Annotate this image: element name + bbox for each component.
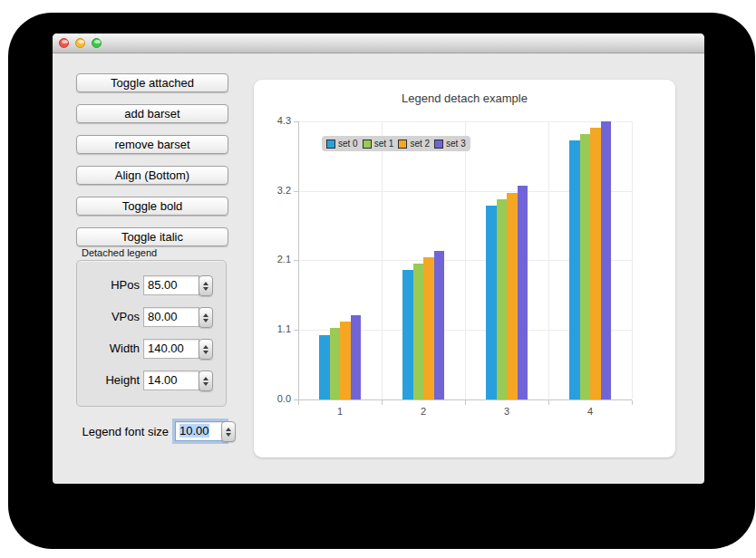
legend-marker-set-3[interactable]	[434, 140, 443, 149]
legend-font-size-field[interactable]: 10.00	[175, 421, 226, 441]
v-gridline	[382, 121, 383, 399]
arrow-down-icon[interactable]	[203, 287, 208, 291]
legend-font-size-stepper[interactable]	[221, 421, 236, 442]
button-remove-barset[interactable]: remove barset	[76, 135, 228, 154]
titlebar[interactable]	[53, 34, 704, 53]
legend-item-set-3: set 3	[434, 136, 466, 151]
bar-set-3-cat3	[518, 186, 528, 399]
arrow-up-icon[interactable]	[203, 377, 208, 380]
legend-item-set-2: set 2	[398, 136, 430, 151]
selected-text: 10.00	[179, 424, 209, 438]
arrow-up-icon[interactable]	[203, 282, 208, 285]
x-tick	[632, 400, 633, 405]
arrow-down-icon[interactable]	[203, 382, 208, 386]
x-tick	[382, 400, 383, 405]
y-axis-label: 3.2	[254, 185, 291, 196]
height-field[interactable]: 14.00	[143, 370, 199, 390]
legend-item-set-0: set 0	[326, 136, 358, 151]
bar-set-1-cat2	[413, 264, 424, 399]
v-gridline	[465, 121, 466, 399]
legend-label: set 1	[374, 136, 394, 151]
legend-label: set 3	[446, 136, 466, 151]
bar-set-0-cat3	[486, 206, 497, 399]
detached-legend-groupbox: HPos85.00VPos80.00Width140.00Height14.00	[76, 260, 227, 407]
groupbox-title: Detached legend	[82, 247, 157, 258]
chart-title: Legend detach example	[254, 91, 675, 105]
minimize-button[interactable]	[75, 38, 85, 48]
legend-label: set 2	[410, 136, 430, 151]
arrow-down-icon[interactable]	[226, 433, 231, 437]
legend-marker-set-2[interactable]	[398, 140, 407, 149]
y-axis-label: 0.0	[254, 393, 291, 404]
arrow-up-icon[interactable]	[203, 313, 208, 317]
detached-chart-legend[interactable]: set 0set 1set 2set 3	[322, 136, 470, 151]
x-axis-label: 3	[489, 406, 525, 417]
bar-set-3-cat2	[434, 251, 445, 399]
button-toggle-attached[interactable]: Toggle attached	[76, 73, 228, 92]
x-tick	[298, 400, 299, 405]
button-add-barset[interactable]: add barset	[76, 104, 228, 123]
hpos-field[interactable]: 85.00	[143, 275, 199, 295]
x-tick	[465, 400, 466, 405]
vpos-field[interactable]: 80.00	[143, 307, 199, 327]
spinrow-vpos: VPos80.00	[77, 307, 226, 329]
arrow-down-icon[interactable]	[203, 351, 208, 354]
button-toggle-bold[interactable]: Toggle bold	[76, 197, 228, 216]
y-axis-label: 2.1	[254, 254, 291, 265]
v-gridline	[632, 121, 633, 399]
x-axis-label: 1	[322, 406, 358, 417]
bar-set-3-cat1	[351, 315, 362, 399]
vpos-stepper[interactable]	[199, 307, 213, 328]
x-axis-label: 4	[572, 406, 608, 417]
bar-set-2-cat3	[507, 193, 518, 399]
bar-set-3-cat4	[601, 121, 612, 399]
arrow-down-icon[interactable]	[203, 319, 208, 322]
bar-set-0-cat4	[569, 140, 580, 399]
height-stepper[interactable]	[199, 370, 213, 391]
screenshot-canvas: Toggle attachedadd barsetremove barsetAl…	[0, 0, 756, 558]
bar-set-1-cat1	[330, 328, 341, 399]
legend-item-set-1: set 1	[363, 136, 394, 151]
hpos-label: HPos	[81, 278, 140, 292]
spinrow-width: Width140.00	[77, 339, 226, 361]
x-tick	[548, 400, 549, 405]
legend-font-size-label: Legend font size	[73, 425, 169, 438]
bar-set-2-cat4	[590, 128, 601, 399]
bar-set-0-cat1	[319, 335, 330, 399]
width-label: Width	[81, 342, 140, 355]
vpos-label: VPos	[81, 310, 140, 323]
x-axis-label: 2	[405, 406, 441, 417]
legend-marker-set-0[interactable]	[326, 140, 335, 149]
button-align-bottom[interactable]: Align (Bottom)	[76, 166, 228, 185]
y-axis-label: 1.1	[254, 323, 291, 334]
bar-set-2-cat1	[340, 322, 351, 399]
zoom-button[interactable]	[92, 38, 102, 48]
bar-set-1-cat3	[497, 199, 508, 399]
bar-set-1-cat4	[580, 134, 591, 399]
close-button[interactable]	[59, 38, 69, 48]
bar-set-2-cat2	[423, 257, 434, 399]
button-toggle-italic[interactable]: Toggle italic	[76, 227, 228, 246]
chart-view: Legend detach example 0.01.12.13.24.3123…	[254, 80, 675, 457]
width-field[interactable]: 140.00	[143, 339, 199, 359]
arrow-up-icon[interactable]	[226, 428, 231, 431]
arrow-up-icon[interactable]	[203, 345, 208, 349]
v-gridline	[548, 121, 549, 399]
y-axis-line	[298, 121, 299, 399]
height-label: Height	[81, 373, 140, 387]
spinrow-hpos: HPos85.00	[77, 275, 226, 297]
app-window: Toggle attachedadd barsetremove barsetAl…	[53, 34, 704, 484]
y-axis-label: 4.3	[254, 115, 291, 126]
hpos-stepper[interactable]	[199, 275, 213, 296]
bar-set-0-cat2	[402, 270, 413, 399]
legend-marker-set-1[interactable]	[363, 140, 372, 149]
legend-label: set 0	[338, 136, 358, 151]
width-stepper[interactable]	[199, 339, 213, 360]
spinrow-height: Height14.00	[77, 370, 226, 392]
